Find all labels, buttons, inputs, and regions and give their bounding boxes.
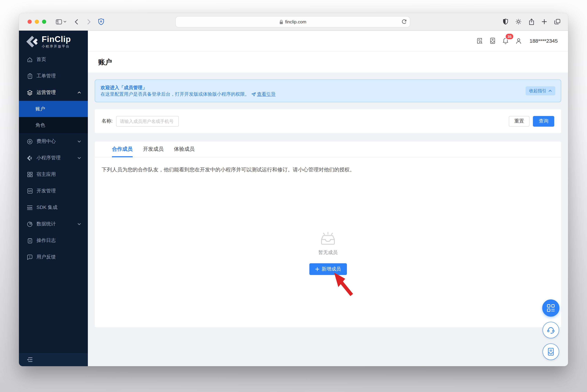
url-text: finclip.com bbox=[285, 19, 307, 24]
member-search-input[interactable] bbox=[116, 116, 179, 126]
coin-icon bbox=[27, 138, 33, 144]
member-tabs: 合作成员 开发成员 体验成员 bbox=[95, 142, 561, 157]
notification-badge: 35 bbox=[506, 34, 513, 39]
layers-icon bbox=[27, 90, 33, 96]
page-title-row: 账户 bbox=[88, 51, 568, 72]
privacy-shield-icon[interactable] bbox=[503, 18, 508, 25]
tab-developers[interactable]: 开发成员 bbox=[143, 142, 164, 157]
reset-button[interactable]: 重置 bbox=[509, 116, 529, 126]
banner-welcome-text: 欢迎进入「成员管理」 bbox=[101, 84, 275, 91]
browser-toolbar: finclip.com bbox=[19, 13, 568, 31]
feedback-icon bbox=[27, 254, 33, 260]
page-title: 账户 bbox=[98, 57, 112, 66]
code-icon bbox=[27, 188, 33, 194]
minimize-button[interactable] bbox=[35, 20, 39, 24]
log-icon bbox=[27, 238, 33, 244]
page-content: 欢迎进入「成员管理」 在这里配置用户是否具备登录后台，打开开发版或体验版小程序的… bbox=[88, 72, 568, 366]
logo-title: FinClip bbox=[42, 35, 71, 43]
pie-chart-icon bbox=[27, 221, 33, 227]
sidebar-item-dev-management[interactable]: 开发管理 bbox=[19, 183, 88, 199]
sidebar-item-home[interactable]: 首页 bbox=[19, 51, 88, 68]
finclip-logo: FinClip 小程序开放平台 bbox=[19, 31, 88, 51]
logo-subtitle: 小程序开放平台 bbox=[42, 45, 71, 48]
tab-overview-icon[interactable] bbox=[554, 19, 560, 24]
forward-button[interactable] bbox=[87, 19, 91, 24]
members-card: 合作成员 开发成员 体验成员 下列人员为您的合作队友，他们能看到您在开发中的小程… bbox=[95, 142, 561, 327]
close-button[interactable] bbox=[28, 20, 32, 24]
new-tab-icon[interactable] bbox=[541, 19, 547, 24]
sidebar-item-operations[interactable]: 运营管理 bbox=[19, 84, 88, 101]
empty-state: 暂无成员 新增成员 bbox=[95, 232, 561, 275]
mini-program-qr-fab[interactable] bbox=[542, 300, 559, 317]
address-bar[interactable]: finclip.com bbox=[176, 16, 410, 27]
chevron-down-icon[interactable] bbox=[63, 21, 67, 23]
grid-icon bbox=[27, 172, 33, 178]
guide-banner: 欢迎进入「成员管理」 在这里配置用户是否具备登录后台，打开开发版或体验版小程序的… bbox=[95, 80, 561, 102]
lock-icon bbox=[279, 20, 283, 24]
app-body: FinClip 小程序开放平台 首页 工单管理 运营管理 bbox=[19, 31, 568, 366]
zoom-button[interactable] bbox=[42, 20, 46, 24]
add-member-button[interactable]: 新增成员 bbox=[309, 263, 347, 275]
view-guide-link[interactable]: 查看引导 bbox=[257, 92, 275, 97]
sidebar-item-host-apps[interactable]: 宿主应用 bbox=[19, 166, 88, 183]
send-icon bbox=[251, 92, 256, 96]
members-description: 下列人员为您的合作队友，他们能看到您在开发中的小程序并可以测试运行和修订。请小心… bbox=[95, 157, 561, 173]
banner-description: 在这里配置用户是否具备登录后台，打开开发版或体验版小程序的权限。查看引导 bbox=[101, 91, 275, 98]
back-button[interactable] bbox=[75, 19, 78, 24]
main-area: 35 188****2345 账户 欢迎进入「成员管理」 bbox=[88, 31, 568, 366]
chevron-up-icon bbox=[548, 90, 552, 92]
filter-card: 名称: 重置 查询 bbox=[95, 109, 561, 133]
clipboard-icon bbox=[27, 73, 33, 79]
manual-icon[interactable] bbox=[490, 38, 495, 44]
sdk-icon: SDK bbox=[27, 204, 33, 210]
user-icon[interactable] bbox=[516, 38, 522, 44]
sidebar-item-operation-logs[interactable]: 操作日志 bbox=[19, 232, 88, 249]
plus-icon bbox=[315, 267, 319, 271]
home-icon bbox=[27, 56, 33, 62]
account-phone-number[interactable]: 188****2345 bbox=[530, 38, 558, 44]
chevron-up-icon bbox=[78, 92, 81, 94]
sidebar-item-work-orders[interactable]: 工单管理 bbox=[19, 68, 88, 84]
survey-doc-fab[interactable] bbox=[542, 344, 559, 360]
operations-submenu: 账户 角色 bbox=[19, 101, 88, 133]
chevron-down-icon bbox=[78, 223, 81, 225]
settings-gear-icon[interactable] bbox=[515, 18, 521, 25]
miniapp-logo-icon bbox=[27, 155, 33, 161]
reload-icon[interactable] bbox=[402, 19, 407, 24]
tab-experiencers[interactable]: 体验成员 bbox=[174, 142, 195, 157]
empty-text: 暂无成员 bbox=[318, 250, 338, 256]
sidebar-item-statistics[interactable]: 数据统计 bbox=[19, 216, 88, 232]
sidebar-item-feedback[interactable]: 用户反馈 bbox=[19, 249, 88, 265]
traffic-lights bbox=[28, 20, 46, 24]
sidebar-item-miniapp-management[interactable]: 小程序管理 bbox=[19, 150, 88, 166]
tab-collaborators[interactable]: 合作成员 bbox=[112, 142, 133, 157]
sidebar-toggle-icon[interactable] bbox=[56, 19, 62, 24]
sidebar: FinClip 小程序开放平台 首页 工单管理 运营管理 bbox=[19, 31, 88, 366]
collapse-guide-button[interactable]: 收起指引 bbox=[526, 86, 555, 95]
chevron-down-icon bbox=[78, 140, 81, 142]
name-filter-label: 名称: bbox=[102, 118, 113, 124]
sidebar-menu: 首页 工单管理 运营管理 账户 bbox=[19, 51, 88, 265]
collapse-sidebar-icon[interactable] bbox=[27, 357, 33, 362]
document-search-icon[interactable] bbox=[477, 38, 483, 44]
query-button[interactable]: 查询 bbox=[533, 116, 554, 126]
svg-text:SDK: SDK bbox=[27, 206, 33, 209]
customer-support-fab[interactable] bbox=[542, 322, 559, 338]
desktop: finclip.com bbox=[0, 0, 587, 392]
sidebar-item-roles[interactable]: 角色 bbox=[19, 117, 88, 133]
chevron-down-icon bbox=[78, 157, 81, 159]
sidebar-item-billing[interactable]: 费用中心 bbox=[19, 133, 88, 150]
browser-window: finclip.com bbox=[19, 13, 568, 366]
sidebar-item-accounts[interactable]: 账户 bbox=[19, 101, 88, 117]
app-header: 35 188****2345 bbox=[88, 31, 568, 51]
shield-pause-extension-icon[interactable] bbox=[98, 18, 104, 25]
finclip-logo-icon bbox=[26, 35, 39, 48]
empty-inbox-icon bbox=[319, 232, 337, 246]
sidebar-item-sdk[interactable]: SDK SDK 集成 bbox=[19, 199, 88, 216]
sidebar-footer bbox=[19, 353, 88, 366]
share-icon[interactable] bbox=[529, 18, 534, 25]
